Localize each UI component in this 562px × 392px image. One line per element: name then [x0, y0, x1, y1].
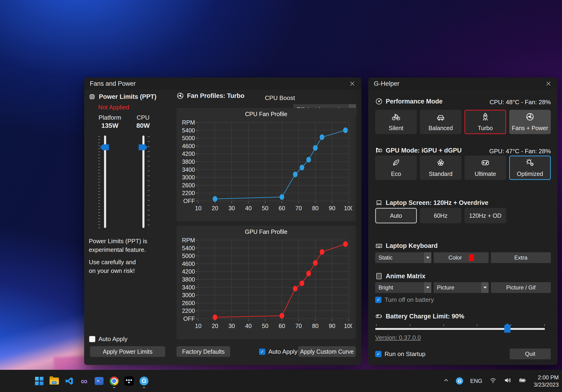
cpu-fan-chart[interactable]: 102030405060708090100OFF2200260030003400…: [180, 119, 352, 219]
svg-text:4200: 4200: [182, 150, 195, 157]
power-auto-apply-label: Auto Apply: [98, 336, 128, 343]
taskbar-icon-start[interactable]: [34, 374, 44, 388]
mode-button-standard[interactable]: Standard: [420, 156, 461, 180]
svg-text:90: 90: [329, 323, 336, 329]
svg-text:5000: 5000: [182, 253, 195, 259]
svg-text:OFF: OFF: [183, 198, 195, 204]
keyboard-controls: Static Color Extra: [375, 252, 551, 263]
platform-slider-thumb[interactable]: [100, 144, 109, 150]
fan-icon: [176, 92, 184, 100]
keyboard-color-button[interactable]: Color: [434, 252, 489, 263]
turn-off-on-battery-checkbox[interactable]: ✓: [375, 297, 382, 303]
power-limits-note-1: Power Limits (PPT) is experimental featu…: [89, 237, 168, 254]
battery-bolt-icon: [375, 313, 383, 320]
battery-slider-track[interactable]: [375, 328, 545, 330]
mode-button-auto[interactable]: Auto: [375, 208, 417, 223]
taskbar-icon-terminal[interactable]: >_: [94, 374, 104, 388]
version-link[interactable]: Version: 0.37.0.0: [375, 334, 421, 341]
language-indicator[interactable]: ENG: [470, 378, 482, 384]
leaf-icon: [392, 158, 400, 168]
curve-auto-apply-checkbox[interactable]: ✓: [259, 348, 265, 355]
svg-text:3000: 3000: [182, 174, 195, 180]
performance-mode-buttons: SilentBalancedTurboFans + Power: [375, 110, 551, 134]
run-on-startup-checkbox[interactable]: ✓: [375, 351, 382, 357]
chevron-down-icon[interactable]: [424, 252, 431, 263]
ghelper-titlebar[interactable]: G-Helper: [368, 78, 558, 90]
cpu-slider-thumb[interactable]: [139, 144, 148, 150]
tray-chevron-up-icon[interactable]: [443, 378, 449, 384]
fans-window-titlebar[interactable]: Fans and Power: [84, 78, 362, 90]
anime-content-dropdown[interactable]: Picture: [434, 282, 489, 293]
keyboard-extra-button[interactable]: Extra: [491, 252, 551, 263]
cpu-slider-ticks: [148, 136, 150, 228]
svg-text:3400: 3400: [182, 284, 195, 291]
power-auto-apply-checkbox[interactable]: [89, 336, 95, 342]
svg-text:5400: 5400: [182, 127, 195, 134]
power-auto-apply-row: Auto Apply: [89, 336, 128, 343]
ghelper-tray-icon[interactable]: G: [456, 377, 463, 384]
curve-auto-apply-row: ✓ Auto Apply: [259, 348, 297, 355]
mode-button-optimized[interactable]: Optimized: [509, 156, 551, 180]
mode-button-label: Turbo: [478, 125, 493, 132]
mode-button-silent[interactable]: Silent: [375, 110, 417, 134]
svg-text:RPM: RPM: [182, 237, 195, 243]
svg-text:4600: 4600: [182, 260, 195, 267]
wifi-icon[interactable]: [489, 377, 497, 385]
performance-mode-header: Performance Mode: [375, 98, 443, 105]
close-icon[interactable]: [545, 80, 552, 87]
battery-slider-ticks: [376, 324, 545, 326]
anime-brightness-dropdown[interactable]: Bright: [375, 282, 431, 293]
gpu-mode-header: GPU Mode: iGPU + dGPU: [375, 147, 462, 154]
svg-text:70: 70: [295, 205, 302, 212]
running-indicator: [113, 387, 115, 388]
cpu-fan-chart-panel: CPU Fan Profile 102030405060708090100OFF…: [176, 108, 356, 222]
taskbar-icon-g-helper[interactable]: G: [139, 374, 149, 388]
quit-button[interactable]: Quit: [510, 348, 551, 359]
taskbar-clock[interactable]: 2:00 PM 3/23/2023: [534, 374, 559, 388]
factory-defaults-button[interactable]: Factory Defaults: [176, 346, 230, 357]
apply-custom-curve-button[interactable]: Apply Custom Curve: [298, 346, 356, 357]
anime-content-value: Picture: [437, 284, 455, 291]
g-helper-window: G-Helper Performance Mode CPU: 48°C - Fa…: [368, 78, 558, 365]
svg-text:50: 50: [262, 205, 268, 212]
matrix-icon: [375, 272, 383, 280]
taskbar-icon-visual-studio[interactable]: ∞: [79, 374, 89, 388]
mode-button-balanced[interactable]: Balanced: [420, 110, 461, 134]
taskbar-icon-tidal[interactable]: ◆◆◆◆: [124, 374, 134, 388]
apply-power-limits-button[interactable]: Apply Power Limits: [90, 346, 165, 357]
svg-text:3800: 3800: [182, 158, 195, 165]
mode-button-label: Fans + Power: [512, 125, 548, 132]
mode-button-60hz[interactable]: 60Hz: [420, 208, 461, 223]
mode-button-ultimate[interactable]: Ultimate: [465, 156, 506, 180]
chevron-down-icon[interactable]: [481, 282, 489, 293]
mode-button-fans-power[interactable]: Fans + Power: [509, 110, 551, 134]
power-limits-note-2: Use carefully and on your own risk!: [89, 258, 168, 275]
anime-picture-gif-button[interactable]: Picture / Gif: [491, 282, 551, 293]
clock-date: 3/23/2023: [534, 381, 559, 388]
fan-profiles-header: Fan Profiles: Turbo: [176, 92, 245, 100]
taskbar-icon-vscode[interactable]: [64, 374, 74, 388]
mode-button-label: Standard: [429, 170, 452, 177]
keyboard-color-swatch: [469, 254, 474, 261]
battery-icon[interactable]: [518, 377, 527, 385]
gpu-fan-chart[interactable]: 102030405060708090100OFF2200260030003400…: [180, 236, 352, 337]
close-icon[interactable]: [349, 80, 356, 87]
mode-button-label: 60Hz: [434, 212, 447, 219]
chip-icon: [88, 93, 96, 101]
chevron-down-icon[interactable]: [424, 282, 431, 293]
svg-text:2600: 2600: [182, 182, 195, 189]
taskbar-pinned-icons: ∞>_◆◆◆◆G: [34, 370, 149, 392]
taskbar-icon-file-explorer[interactable]: [49, 374, 59, 388]
svg-text:10: 10: [195, 205, 201, 212]
taskbar-icon-chrome[interactable]: [109, 374, 119, 388]
mode-button-turbo[interactable]: Turbo: [465, 110, 506, 134]
mode-button-label: Eco: [391, 170, 401, 177]
mode-button-eco[interactable]: Eco: [375, 156, 417, 180]
svg-text:2200: 2200: [182, 190, 195, 196]
svg-text:2600: 2600: [182, 300, 195, 306]
mode-button-120hz-od[interactable]: 120Hz + OD: [465, 208, 506, 223]
svg-text:30: 30: [228, 205, 235, 212]
gpu-fan-chart-panel: GPU Fan Profile 102030405060708090100OFF…: [176, 226, 356, 339]
keyboard-mode-dropdown[interactable]: Static: [375, 252, 431, 263]
volume-icon[interactable]: [504, 377, 511, 385]
